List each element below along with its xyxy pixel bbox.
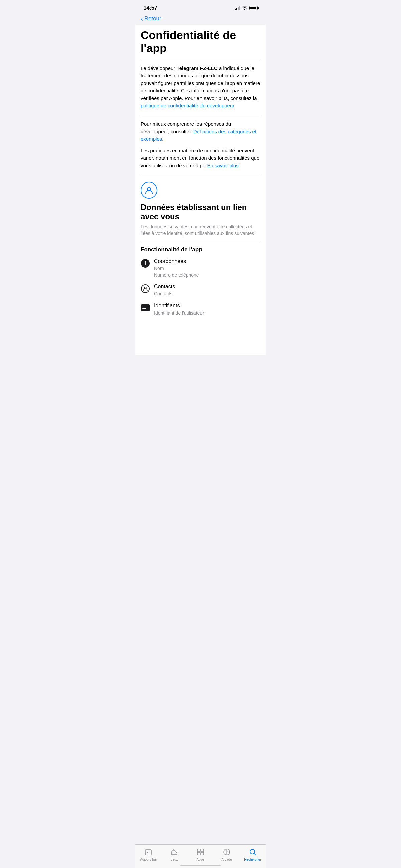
functionality-section: Fonctionnalité de l'app i Coordonnées No…: [141, 241, 260, 316]
intro-section: Le développeur Telegram FZ-LLC a indiqué…: [141, 59, 260, 115]
functionality-title: Fonctionnalité de l'app: [141, 246, 260, 253]
section-main-title: Données établissant un lien avec vous: [141, 203, 260, 222]
data-item-coordonnees: i Coordonnées NomNuméro de téléphone: [141, 258, 260, 278]
signal-icon: [235, 6, 240, 10]
coordonnees-title: Coordonnées: [154, 258, 260, 265]
status-time: 14:57: [143, 5, 157, 11]
company-name: Telegram FZ-LLC: [177, 65, 218, 71]
data-item-contacts: Contacts Contacts: [141, 284, 260, 298]
back-label: Retour: [144, 16, 161, 22]
data-linked-section: Données établissant un lien avec vous Le…: [141, 175, 260, 241]
coordonnees-subtitle: NomNuméro de téléphone: [154, 266, 260, 278]
battery-icon: [249, 6, 258, 10]
wifi-icon: [242, 6, 247, 10]
developer-privacy-link[interactable]: politique de confidentialité du développ…: [141, 103, 234, 108]
scroll-content: Confidentialité de l'app Le développeur …: [141, 25, 260, 355]
contacts-title: Contacts: [154, 284, 260, 290]
learn-more-link[interactable]: En savoir plus: [207, 163, 238, 168]
identifiants-icon: [141, 303, 150, 312]
contacts-icon: [141, 284, 150, 293]
section-icon-container: [141, 182, 157, 198]
contacts-subtitle: Contacts: [154, 291, 260, 298]
intro-text: Le développeur Telegram FZ-LLC a indiqué…: [141, 64, 260, 110]
person-link-icon: [144, 186, 154, 195]
secondary-section: Pour mieux comprendre les réponses du dé…: [141, 115, 260, 175]
back-button[interactable]: ‹ Retour: [141, 16, 161, 22]
coordonnees-icon: i: [141, 259, 150, 268]
secondary-text: Pour mieux comprendre les réponses du dé…: [141, 120, 260, 143]
page-title: Confidentialité de l'app: [141, 25, 260, 59]
main-content: Confidentialité de l'app Le développeur …: [135, 25, 266, 355]
identifiants-title: Identifiants: [154, 303, 260, 309]
back-chevron-icon: ‹: [141, 16, 143, 22]
nav-bar: ‹ Retour: [135, 14, 266, 25]
section-subtitle: Les données suivantes, qui peuvent être …: [141, 224, 260, 237]
status-icons: [235, 6, 258, 10]
data-item-identifiants: Identifiants Identifiant de l'utilisateu…: [141, 303, 260, 316]
identifiants-subtitle: Identifiant de l'utilisateur: [154, 310, 260, 316]
status-bar: 14:57: [135, 0, 266, 14]
tertiary-text: Les pratiques en matière de confidential…: [141, 147, 260, 170]
